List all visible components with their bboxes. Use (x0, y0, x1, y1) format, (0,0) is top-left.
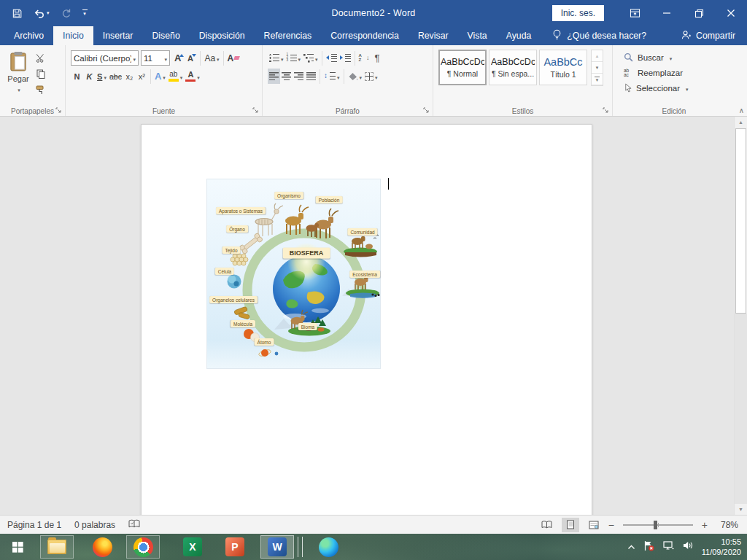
tab-insertar[interactable]: Insertar (93, 26, 143, 45)
biosphere-diagram-image[interactable]: Organismo Población Aparatos o Sistemas … (206, 179, 381, 369)
taskbar-clock[interactable]: 10:55 11/09/2020 (702, 537, 741, 558)
styles-scroll-up-icon[interactable]: ▲ (592, 50, 603, 62)
proofing-icon[interactable] (128, 519, 140, 531)
zoom-in-button[interactable]: + (702, 519, 708, 531)
zoom-slider[interactable] (623, 524, 693, 526)
sign-in-button[interactable]: Inic. ses. (552, 5, 604, 21)
change-case-button[interactable]: Aa (203, 50, 220, 66)
styles-gallery-more-icon[interactable]: ▼ (592, 74, 603, 85)
redo-icon[interactable] (61, 8, 71, 18)
tab-vista[interactable]: Vista (458, 26, 497, 45)
start-button[interactable] (1, 536, 34, 558)
tab-ayuda[interactable]: Ayuda (497, 26, 541, 45)
taskbar-firefox[interactable] (86, 536, 118, 558)
taskbar-chrome[interactable] (127, 536, 159, 558)
style-sin-espaciado[interactable]: AaBbCcDc ¶ Sin espa... (489, 50, 537, 85)
paste-button[interactable]: Pegar (2, 50, 34, 96)
scrollbar-track[interactable] (735, 314, 747, 504)
web-layout-icon[interactable] (585, 518, 603, 532)
taskbar-word[interactable] (261, 536, 293, 558)
taskbar-file-explorer[interactable] (41, 536, 73, 558)
grow-font-button[interactable]: A (173, 50, 185, 66)
scrollbar-thumb[interactable] (735, 128, 746, 314)
ribbon-display-options-icon[interactable] (619, 0, 651, 26)
zoom-slider-thumb[interactable] (654, 521, 657, 529)
tab-referencias[interactable]: Referencias (255, 26, 322, 45)
bullets-button[interactable] (268, 50, 285, 66)
cut-icon[interactable] (34, 51, 47, 64)
network-icon[interactable] (662, 540, 674, 553)
taskbar-powerpoint[interactable] (219, 536, 251, 558)
tab-inicio[interactable]: Inicio (53, 26, 93, 45)
select-button[interactable]: Seleccionar (615, 80, 733, 96)
replace-button[interactable]: abac Reemplazar (615, 65, 733, 80)
font-name-select[interactable]: Calibri (Cuerpo) (71, 50, 139, 66)
taskbar-excel[interactable] (177, 536, 209, 558)
tab-archivo[interactable]: Archivo (4, 26, 53, 45)
word-count[interactable]: 0 palabras (74, 520, 115, 530)
dialog-launcher-icon[interactable] (55, 106, 63, 114)
zoom-out-button[interactable]: − (608, 519, 614, 531)
security-flag-icon[interactable] (643, 540, 654, 554)
bold-button[interactable]: N (71, 69, 83, 84)
tab-disposicion[interactable]: Disposición (190, 26, 255, 45)
zoom-level[interactable]: 78% (713, 520, 738, 530)
clear-formatting-button[interactable]: A (226, 50, 241, 66)
print-layout-icon[interactable] (562, 518, 579, 532)
styles-scroll-down-icon[interactable]: ▼ (592, 62, 603, 74)
borders-button[interactable] (363, 69, 379, 84)
undo-icon[interactable]: ▾ (34, 8, 50, 18)
style-titulo-1[interactable]: AaBbCc Título 1 (539, 50, 587, 85)
tab-diseno[interactable]: Diseño (142, 26, 189, 45)
save-icon[interactable] (12, 8, 23, 19)
scroll-up-icon[interactable]: ▲ (735, 117, 747, 128)
volume-icon[interactable] (682, 540, 694, 553)
font-size-select[interactable]: 11 (141, 50, 170, 66)
shading-button[interactable] (347, 69, 364, 84)
font-color-button[interactable]: A (184, 69, 201, 84)
vertical-scrollbar[interactable]: ▲ ▼ (734, 117, 747, 515)
collapse-ribbon-icon[interactable]: ∧ (739, 106, 744, 114)
share-button[interactable]: Compartir (681, 26, 747, 45)
underline-button[interactable]: S (96, 69, 108, 84)
dialog-launcher-icon[interactable] (423, 106, 430, 114)
tab-correspondencia[interactable]: Correspondencia (321, 26, 409, 45)
page-indicator[interactable]: Página 1 de 1 (7, 520, 61, 530)
dialog-launcher-icon[interactable] (252, 106, 260, 114)
document-area[interactable]: Organismo Población Aparatos o Sistemas … (0, 117, 734, 515)
taskbar-edge[interactable] (312, 536, 344, 558)
subscript-button[interactable]: x₂ (123, 69, 136, 84)
show-marks-button[interactable]: ¶ (371, 50, 384, 66)
close-button[interactable] (715, 0, 747, 26)
numbering-button[interactable] (285, 50, 303, 66)
shrink-font-button[interactable]: A (185, 50, 198, 66)
highlight-button[interactable]: ab (167, 69, 185, 84)
multilevel-list-button[interactable] (302, 50, 320, 66)
restore-button[interactable] (683, 0, 715, 26)
text-effects-button[interactable]: A (153, 69, 167, 84)
find-button[interactable]: Buscar (615, 50, 733, 65)
format-painter-icon[interactable] (34, 83, 47, 96)
qat-customize-icon[interactable]: ▾ (82, 9, 88, 18)
superscript-button[interactable]: x² (136, 69, 148, 84)
read-mode-icon[interactable] (538, 518, 556, 532)
strikethrough-button[interactable]: abc (108, 69, 123, 84)
decrease-indent-button[interactable] (325, 50, 338, 66)
align-right-button[interactable] (293, 69, 305, 84)
increase-indent-button[interactable] (338, 50, 352, 66)
italic-button[interactable]: K (83, 69, 96, 84)
align-center-button[interactable] (280, 69, 293, 84)
tab-revisar[interactable]: Revisar (409, 26, 458, 45)
line-spacing-button[interactable] (322, 69, 341, 84)
justify-button[interactable] (305, 69, 317, 84)
dialog-launcher-icon[interactable] (603, 106, 610, 114)
document-page[interactable]: Organismo Población Aparatos o Sistemas … (141, 124, 592, 515)
tell-me-box[interactable]: ¿Qué desea hacer? (552, 26, 646, 45)
align-left-button[interactable] (268, 69, 280, 84)
copy-icon[interactable] (34, 67, 47, 80)
style-normal[interactable]: AaBbCcDc ¶ Normal (438, 50, 487, 85)
sort-button[interactable] (357, 50, 371, 66)
minimize-button[interactable] (651, 0, 683, 26)
scroll-down-icon[interactable]: ▼ (735, 504, 747, 515)
tray-chevron-icon[interactable] (627, 540, 635, 553)
